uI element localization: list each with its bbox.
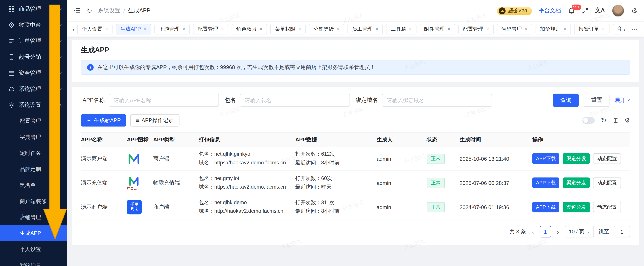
app-download-button[interactable]: APP下载 xyxy=(532,202,560,212)
tab-close-icon[interactable]: × xyxy=(337,26,340,32)
tab[interactable]: 员工管理× xyxy=(348,24,383,34)
dynamic-config-button[interactable]: 动态配置 xyxy=(593,153,621,164)
tab[interactable]: 配置管理× xyxy=(193,24,228,34)
reset-button[interactable]: 重置 xyxy=(584,94,610,107)
tab[interactable]: 分销等级× xyxy=(309,24,344,34)
app-icon-cell xyxy=(127,149,153,168)
tab-close-icon[interactable]: × xyxy=(409,26,412,32)
expand-link[interactable]: 展开∨ xyxy=(614,96,630,104)
tab[interactable]: 商户端装修× xyxy=(612,24,621,34)
tab-close-icon[interactable]: × xyxy=(144,26,146,32)
page-size-select[interactable]: 10 / 页∨ xyxy=(564,226,594,238)
tab-close-icon[interactable]: × xyxy=(376,26,378,32)
submenu-item-merchant-deco[interactable]: 商户端装修 xyxy=(0,193,67,209)
tab-close-icon[interactable]: × xyxy=(602,26,605,32)
submenu-item-messages[interactable]: 我的消息 xyxy=(0,257,67,266)
app-name: 演示充值端 xyxy=(81,176,127,190)
tab-close-icon[interactable]: × xyxy=(105,26,108,32)
platform-docs-link[interactable]: 平台文档 xyxy=(539,7,561,14)
jump-page-input[interactable] xyxy=(614,226,630,238)
chevron-down-icon: ∨ xyxy=(588,230,590,234)
page-number[interactable]: 1 xyxy=(540,226,551,238)
tab[interactable]: 下游管理× xyxy=(154,24,190,34)
table-row: 演示充值端 广告云 物联充值端 包名：net.gmy.iot 域名：https:… xyxy=(81,171,630,195)
collapse-sidebar-icon[interactable] xyxy=(74,8,81,14)
tab[interactable]: 配置管理× xyxy=(458,24,494,34)
tab[interactable]: 工具箱× xyxy=(386,24,416,34)
status-badge: 正常 xyxy=(427,202,445,212)
refresh-icon[interactable]: ↻ xyxy=(87,7,92,14)
tab[interactable]: 角色权限× xyxy=(232,24,267,34)
tab-close-icon[interactable]: × xyxy=(564,26,566,32)
tab-close-icon[interactable]: × xyxy=(448,26,450,32)
dynamic-config-button[interactable]: 动态配置 xyxy=(593,178,621,188)
tab-close-icon[interactable]: × xyxy=(525,26,528,32)
fullscreen-icon[interactable] xyxy=(582,8,588,14)
submenu-item-config[interactable]: 配置管理 xyxy=(0,113,67,129)
info-alert-text: 在这里可以生成你的专属APP，剩余可用打包次数：99968 次，若生成次数不足或… xyxy=(97,64,376,71)
app-download-button[interactable]: APP下载 xyxy=(532,153,560,164)
avatar[interactable] xyxy=(612,4,624,17)
tab-close-icon[interactable]: × xyxy=(486,26,489,32)
submenu-item-generate-app[interactable]: 生成APP xyxy=(0,225,67,241)
gear-icon xyxy=(8,102,15,108)
channel-distribute-button[interactable]: 渠道分发 xyxy=(563,153,590,164)
vip-badge[interactable]: 超会V10 xyxy=(497,6,532,15)
next-page-icon[interactable]: › xyxy=(556,228,560,235)
col-header: 打包信息 xyxy=(199,133,295,146)
bind-domain-input[interactable] xyxy=(382,94,492,107)
tab[interactable]: 报警订单× xyxy=(574,24,609,34)
density-toggle[interactable] xyxy=(582,117,595,124)
status-badge: 正常 xyxy=(427,178,445,188)
tabs-more-icon[interactable]: ⋯ xyxy=(628,26,641,33)
sidebar-item-funds[interactable]: 资金管理 ∨ xyxy=(0,65,67,81)
tabs-scroll-right-icon[interactable]: › xyxy=(621,26,628,33)
submenu-item-blacklist[interactable]: 黑名单 xyxy=(0,177,67,193)
translate-icon[interactable]: 文A xyxy=(595,7,605,14)
breadcrumb-parent[interactable]: 系统设置 xyxy=(98,7,120,14)
submenu-item-dictionary[interactable]: 字典管理 xyxy=(0,129,67,145)
row-actions: APP下载 渠道分发 动态配置 xyxy=(532,174,630,192)
channel-distribute-button[interactable]: 渠道分发 xyxy=(563,202,590,212)
package-input[interactable] xyxy=(240,94,350,107)
tab[interactable]: 附件管理× xyxy=(420,24,455,34)
app-download-button[interactable]: APP下载 xyxy=(532,178,560,188)
sidebar-item-iot[interactable]: 物联中台 ∨ xyxy=(0,17,67,33)
search-button[interactable]: 查询 xyxy=(553,94,579,107)
tab[interactable]: 个人设置× xyxy=(77,24,112,34)
sidebar-item-system[interactable]: 系统管理 ∨ xyxy=(0,81,67,97)
channel-distribute-button[interactable]: 渠道分发 xyxy=(563,178,590,188)
create-app-button[interactable]: ＋生成新APP xyxy=(81,114,126,126)
submenu-item-cron[interactable]: 定时任务 xyxy=(0,145,67,161)
tab-close-icon[interactable]: × xyxy=(182,26,185,32)
sidebar-item-goods[interactable]: 商品管理 ∨ xyxy=(0,1,67,17)
settings-gear-icon[interactable]: ⚙ xyxy=(631,6,638,15)
notification-bell[interactable]: 99+ xyxy=(568,7,575,14)
notification-count-badge: 99+ xyxy=(572,4,581,10)
submenu-item-branding[interactable]: 品牌定制 xyxy=(0,161,67,177)
tab-label: 号码管理 xyxy=(501,26,522,33)
table-refresh-icon[interactable]: ↻ xyxy=(601,116,606,124)
tab-generate-app[interactable]: 生成APP× xyxy=(116,24,151,34)
chevron-down-icon: ∨ xyxy=(59,87,62,91)
app-log-button[interactable]: ≡APP操作记录 xyxy=(130,114,180,126)
tab-close-icon[interactable]: × xyxy=(260,26,262,32)
tab[interactable]: 号码管理× xyxy=(497,24,532,34)
prev-page-icon[interactable]: ‹ xyxy=(530,228,535,235)
tabs-scroll-left-icon[interactable]: ‹ xyxy=(70,26,77,33)
submenu-item-shop[interactable]: 店铺管理 xyxy=(0,209,67,225)
tab[interactable]: 加价规则× xyxy=(536,24,571,34)
last-visit: 最近访问：昨天 xyxy=(295,183,373,192)
tab-label: 加价规则 xyxy=(540,26,560,33)
tab-close-icon[interactable]: × xyxy=(221,26,224,32)
tab[interactable]: 菜单权限× xyxy=(270,24,306,34)
sidebar-item-numbers[interactable]: 靓号分销 ∨ xyxy=(0,49,67,65)
sidebar-item-orders[interactable]: 订单管理 ∨ xyxy=(0,33,67,49)
submenu-item-profile[interactable]: 个人设置 xyxy=(0,241,67,257)
sidebar-item-settings[interactable]: 系统设置 ∧ xyxy=(0,97,67,113)
tab-close-icon[interactable]: × xyxy=(298,26,301,32)
column-settings-icon[interactable] xyxy=(612,118,618,123)
app-name-input[interactable] xyxy=(109,94,219,107)
dynamic-config-button[interactable]: 动态配置 xyxy=(593,202,621,212)
table-gear-icon[interactable]: ⚙ xyxy=(624,117,630,124)
